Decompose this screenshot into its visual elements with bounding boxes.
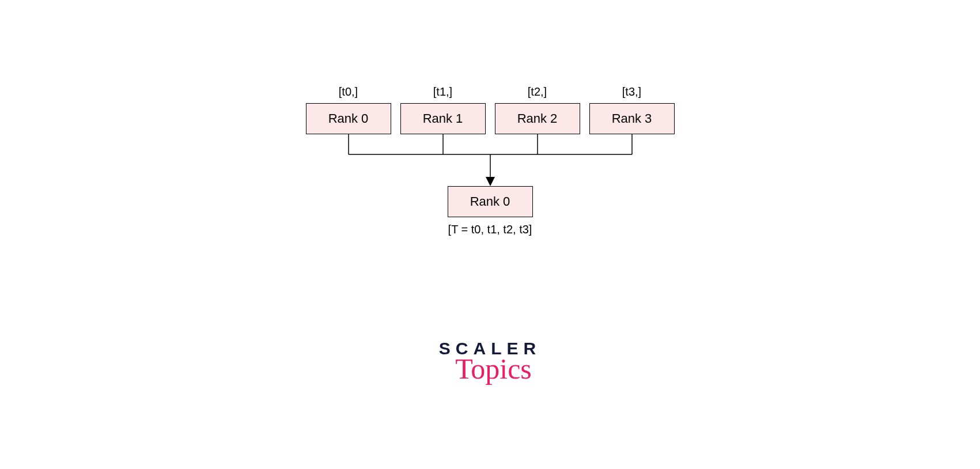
rank-2-col: [t2,] Rank 2: [495, 85, 580, 134]
logo-line2: Topics: [442, 356, 544, 382]
rank-1-tensor-label: [t1,]: [433, 85, 452, 99]
gather-diagram: [t0,] Rank 0 [t1,] Rank 1 [t2,] Rank 2 […: [306, 85, 675, 236]
connector-svg: [306, 134, 675, 186]
dest-rank-box: Rank 0: [448, 186, 533, 217]
rank-2-tensor-label: [t2,]: [528, 85, 547, 99]
gather-connector: [306, 134, 675, 186]
rank-3-col: [t3,] Rank 3: [589, 85, 675, 134]
dest-tensor-label: [T = t0, t1, t2, t3]: [448, 223, 532, 236]
destination-rank: Rank 0 [T = t0, t1, t2, t3]: [306, 186, 675, 236]
rank-3-tensor-label: [t3,]: [622, 85, 641, 99]
scaler-topics-logo: SCALER Topics: [439, 340, 541, 382]
source-ranks-row: [t0,] Rank 0 [t1,] Rank 1 [t2,] Rank 2 […: [306, 85, 675, 134]
svg-marker-6: [486, 177, 495, 186]
rank-3-box: Rank 3: [589, 103, 675, 134]
rank-0-col: [t0,] Rank 0: [306, 85, 391, 134]
rank-1-col: [t1,] Rank 1: [400, 85, 486, 134]
rank-0-tensor-label: [t0,]: [339, 85, 358, 99]
rank-0-box: Rank 0: [306, 103, 391, 134]
rank-2-box: Rank 2: [495, 103, 580, 134]
rank-1-box: Rank 1: [400, 103, 486, 134]
